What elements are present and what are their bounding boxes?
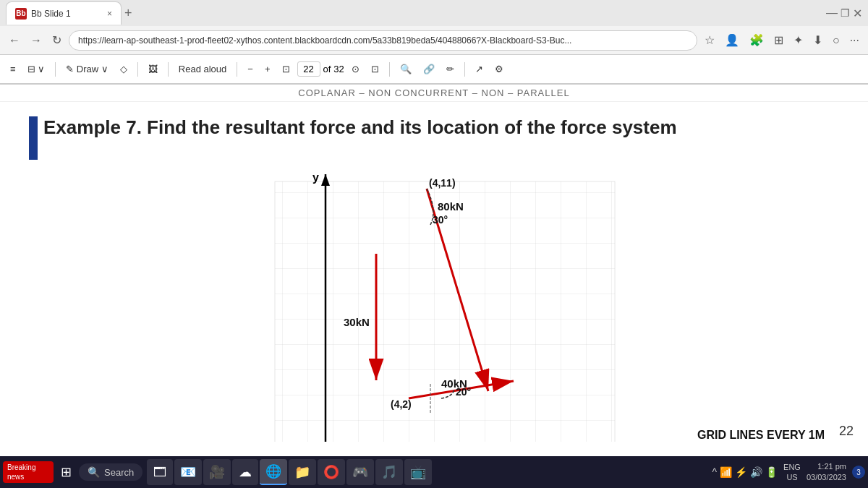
tray-chevron[interactable]: ^ [712,466,718,478]
address-input[interactable] [69,30,697,51]
eraser-button[interactable]: ◇ [116,61,132,77]
toolbar-separator-6 [464,62,465,77]
search-toolbar-button[interactable]: 🔍 [396,61,416,77]
toolbar-separator-5 [389,62,390,77]
breaking-news-label: Breakingnews [7,463,35,481]
taskbar-apps: 🗔 📧 🎥 ☁ 🌐 📁 ⭕ 🎮 🎵 📺 [147,459,432,485]
editor-toolbar: ≡ ⊟ ∨ ✎ Draw ∨ ◇ 🖼 Read aloud − + ⊡ of 3… [0,55,868,84]
tab-close-button[interactable]: × [107,9,112,19]
svg-text:(4,11): (4,11) [429,177,456,189]
taskbar-search-icon: 🔍 [88,466,100,478]
active-tab[interactable]: Bb Bb Slide 1 × [6,1,122,25]
browser-chrome: Bb Bb Slide 1 × + — ❐ ✕ ← → ↻ ☆ 👤 🧩 ⊞ ✦ … [0,0,868,85]
taskbar: Breakingnews ⊞ 🔍 Search 🗔 📧 🎥 ☁ 🌐 📁 ⭕ 🎮 … [0,456,868,488]
draw-button[interactable]: ✎ Draw ∨ [61,61,113,77]
zoom-out-button[interactable]: − [243,61,258,77]
taskbar-app-files[interactable]: 📁 [289,459,316,485]
outline-button[interactable]: ⊟ ∨ [23,61,50,77]
browser-icons: ☆ 👤 🧩 ⊞ ✦ ⬇ ○ ··· [702,30,862,50]
copy-button[interactable]: ⊡ [367,61,383,77]
window-restore-button[interactable]: ❐ [841,7,850,19]
refresh-button[interactable]: ↻ [49,30,64,50]
edit-icon[interactable]: ✏ [442,61,459,77]
content-area: Example 7. Find the resultant force and … [0,102,868,442]
window-close-button[interactable]: ✕ [853,7,862,20]
slide-banner: COPLANAR – NON CONCURRENT – NON – PARALL… [0,85,868,102]
svg-text:40kN: 40kN [441,377,467,390]
svg-text:30°: 30° [433,214,448,226]
svg-text:y: y [312,171,319,184]
read-aloud-button[interactable]: Read aloud [174,61,231,77]
diagram-area: y 30kN 30° [29,167,839,442]
tab-bar: Bb Bb Slide 1 × + — ❐ ✕ [0,0,868,26]
copilot-icon[interactable]: ✦ [791,30,806,50]
svg-text:30kN: 30kN [344,316,370,328]
diagram-svg: y 30kN 30° [231,167,637,442]
forward-button[interactable]: → [27,31,45,50]
zoom-icon-button[interactable]: ⊙ [347,61,364,77]
svg-text:80kN: 80kN [438,200,464,213]
tray-battery[interactable]: 🔋 [765,466,778,478]
start-button[interactable]: ⊞ [55,461,77,483]
picture-button[interactable]: 🖼 [144,61,162,77]
page-number-bottom: 22 [839,424,854,439]
clock[interactable]: 1:21 pm03/03/2023 [807,461,846,484]
language-indicator: ENGUS [783,462,801,483]
toolbar-separator-2 [137,62,138,77]
fullscreen-button[interactable]: ↗ [471,61,488,77]
window-controls: — ❐ ✕ [826,7,862,20]
taskbar-app-mail[interactable]: 📧 [174,459,202,485]
svg-marker-2 [321,174,330,186]
taskbar-app-game[interactable]: 🎮 [346,459,374,485]
page-of-label: of [323,64,331,74]
notification-badge[interactable]: 3 [852,466,865,479]
taskbar-app-spotify[interactable]: 🎵 [375,459,403,485]
window-minimize-button[interactable]: — [826,7,838,20]
more-icon[interactable]: ··· [847,31,862,50]
blue-accent-stripe [29,116,38,160]
tab-favicon: Bb [15,8,27,20]
split-screen-icon[interactable]: ⊞ [771,30,786,50]
account-icon[interactable]: ○ [830,31,843,50]
menu-button[interactable]: ≡ [6,61,20,77]
toolbar-separator-3 [168,62,169,77]
slide-wrapper: Example 7. Find the resultant force and … [0,102,868,442]
page-navigation: of 32 [297,61,344,77]
page-total: 32 [333,64,344,74]
taskbar-app-explorer[interactable]: 🗔 [147,459,173,485]
taskbar-app-teams[interactable]: 🎥 [203,459,231,485]
toolbar-separator-4 [237,62,237,77]
grid-container: y 30kN 30° [231,167,637,442]
page-number-input[interactable] [297,61,320,77]
draw-icon: ✎ [66,64,74,74]
zoom-in-button[interactable]: + [260,61,275,77]
taskbar-app-opera[interactable]: ⭕ [318,459,345,485]
profile-icon[interactable]: 👤 [722,30,742,50]
slide-title: Example 7. Find the resultant force and … [43,116,677,139]
svg-text:(4,2): (4,2) [391,398,412,410]
tab-title: Bb Slide 1 [31,9,100,19]
slide-header: Example 7. Find the resultant force and … [29,116,839,160]
taskbar-app-media[interactable]: 📺 [404,459,432,485]
taskbar-right: ^ 📶 ⚡ 🔊 🔋 ENGUS 1:21 pm03/03/2023 3 [712,461,865,484]
taskbar-search[interactable]: 🔍 Search [79,463,142,481]
breaking-news[interactable]: Breakingnews [3,461,54,483]
tray-wifi[interactable]: 📶 [720,466,732,478]
grid-note: GRID LINES EVERY 1M [697,429,825,442]
taskbar-app-onedrive[interactable]: ☁ [232,459,258,485]
toolbar-separator-1 [55,62,56,77]
new-tab-button[interactable]: + [124,6,132,21]
taskbar-app-edge[interactable]: 🌐 [260,459,287,485]
tray-volume[interactable]: 🔊 [750,466,762,478]
favorites-icon[interactable]: ☆ [702,30,718,50]
taskbar-search-text: Search [104,467,134,478]
system-tray: ^ 📶 ⚡ 🔊 🔋 [712,466,778,478]
back-button[interactable]: ← [6,31,23,50]
nav-toolbar-button[interactable]: 🔗 [419,61,439,77]
download-icon[interactable]: ⬇ [810,30,825,50]
fit-page-button[interactable]: ⊡ [278,61,294,77]
tray-bluetooth[interactable]: ⚡ [735,466,747,478]
address-bar-row: ← → ↻ ☆ 👤 🧩 ⊞ ✦ ⬇ ○ ··· [0,26,868,55]
settings-button[interactable]: ⚙ [490,61,508,77]
extensions-icon[interactable]: 🧩 [746,30,767,50]
